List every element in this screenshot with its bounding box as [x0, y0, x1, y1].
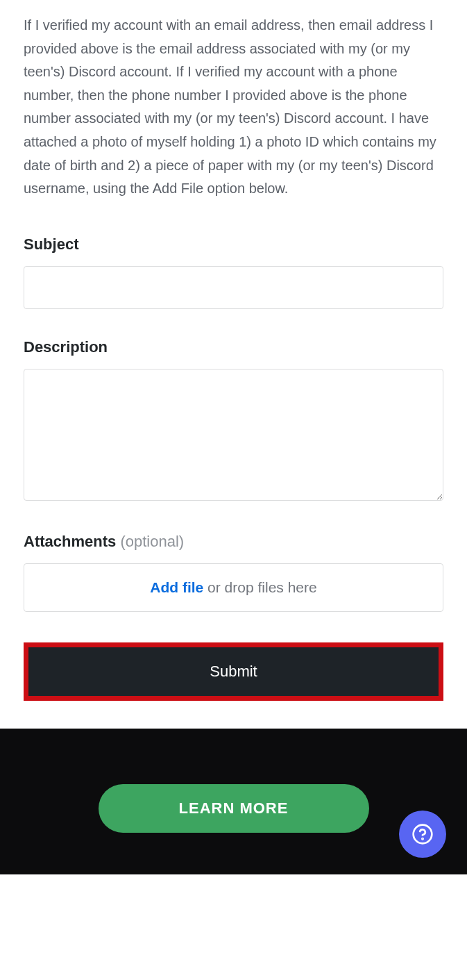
- svg-point-1: [422, 838, 423, 839]
- help-fab-button[interactable]: [399, 811, 446, 858]
- attachments-label: Attachments (optional): [24, 533, 443, 551]
- add-file-link[interactable]: Add file: [150, 579, 203, 595]
- help-icon: [411, 823, 434, 845]
- page-footer: LEARN MORE: [0, 729, 467, 874]
- subject-label: Subject: [24, 235, 443, 254]
- learn-more-button[interactable]: LEARN MORE: [99, 784, 369, 833]
- drop-files-text: or drop files here: [203, 579, 316, 595]
- attachments-optional-text: (optional): [120, 533, 184, 550]
- verification-info-text: If I verified my account with an email a…: [24, 14, 443, 201]
- submit-button[interactable]: Submit: [28, 647, 439, 696]
- description-label: Description: [24, 338, 443, 356]
- subject-input[interactable]: [24, 266, 443, 309]
- submit-highlight-frame: Submit: [24, 642, 443, 701]
- attachments-label-text: Attachments: [24, 533, 116, 550]
- description-input[interactable]: [24, 369, 443, 501]
- attachments-dropzone[interactable]: Add file or drop files here: [24, 563, 443, 612]
